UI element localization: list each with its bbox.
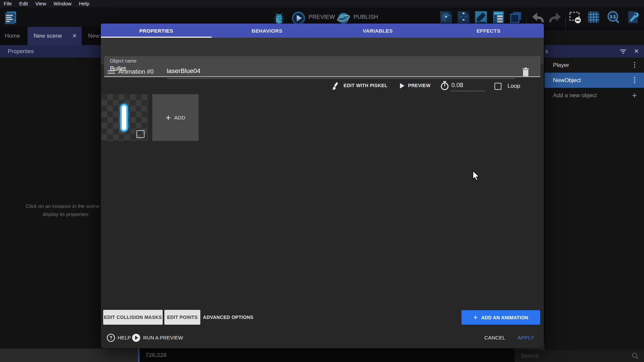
plus-icon[interactable]: + bbox=[632, 88, 637, 103]
redo-icon[interactable] bbox=[548, 11, 563, 24]
objects-panel: s ✕ Player NewObject Add a new o bbox=[545, 30, 644, 362]
tab-home[interactable]: Home bbox=[5, 27, 20, 45]
animation-name-field[interactable]: laserBlue04 bbox=[167, 65, 515, 79]
dialog-tab-properties[interactable]: PROPERTIES bbox=[101, 24, 212, 38]
mouse-cursor bbox=[472, 171, 481, 181]
objects-panel-title: s bbox=[545, 48, 548, 55]
animation-name-value: laserBlue04 bbox=[167, 67, 200, 75]
tab-new-scene-label: New scene bbox=[34, 27, 62, 45]
mask-selection-icon[interactable] bbox=[568, 10, 583, 25]
dialog-tab-label: EFFECTS bbox=[477, 28, 500, 34]
menu-help[interactable]: Help bbox=[75, 0, 93, 7]
object-name-band: Object name Bullet bbox=[101, 38, 544, 65]
loop-checkbox[interactable] bbox=[494, 83, 501, 90]
events-list-icon[interactable] bbox=[491, 10, 506, 24]
add-an-animation-button[interactable]: + ADD AN ANIMATION bbox=[461, 310, 540, 325]
undo-icon[interactable] bbox=[530, 11, 545, 24]
publish-planet-icon[interactable] bbox=[337, 11, 350, 25]
project-manager-icon[interactable] bbox=[4, 11, 17, 25]
add-new-object-row[interactable]: Add a new object + bbox=[545, 88, 644, 103]
objects-cubes-icon[interactable] bbox=[456, 10, 471, 24]
object-row-newobject-selected[interactable]: NewObject bbox=[545, 73, 644, 88]
grid-icon[interactable] bbox=[587, 10, 600, 24]
object-name-label: Object name bbox=[110, 58, 136, 64]
tools-wrench-icon[interactable] bbox=[626, 10, 640, 24]
run-a-preview-button[interactable]: RUN A PREVIEW bbox=[143, 335, 183, 340]
toolbar-separator bbox=[565, 17, 566, 32]
preview-play-icon[interactable] bbox=[292, 11, 305, 25]
export-cube-icon[interactable] bbox=[439, 10, 453, 24]
dialog-tab-bar: PROPERTIES BEHAVIORS VARIABLES EFFECTS bbox=[101, 24, 544, 38]
preview-animation-button[interactable]: PREVIEW bbox=[408, 83, 431, 88]
apply-button[interactable]: APPLY bbox=[518, 335, 534, 340]
advanced-options-button[interactable]: ADVANCED OPTIONS bbox=[203, 310, 253, 325]
edit-points-button[interactable]: EDIT POINTS bbox=[164, 310, 200, 325]
dialog-tab-label: BEHAVIORS bbox=[251, 28, 282, 34]
edit-pencil-icon[interactable] bbox=[474, 10, 488, 24]
cursor-coordinates: 726;228 bbox=[146, 352, 166, 358]
dialog-tab-behaviors[interactable]: BEHAVIORS bbox=[212, 24, 323, 38]
kebab-menu-icon[interactable] bbox=[634, 61, 635, 69]
tab-new-scene[interactable]: New scene ✕ bbox=[28, 27, 82, 45]
properties-panel-title: Properties bbox=[8, 48, 34, 55]
add-an-animation-label: ADD AN ANIMATION bbox=[481, 315, 528, 320]
add-frame-label: ADD bbox=[174, 115, 185, 120]
run-preview-icon[interactable] bbox=[132, 333, 140, 342]
search-input[interactable] bbox=[521, 350, 621, 362]
animation-frame-thumbnail[interactable] bbox=[102, 94, 148, 141]
add-frame-button[interactable]: + ADD bbox=[152, 94, 199, 141]
object-row-label: NewObject bbox=[553, 77, 581, 83]
object-editor-dialog: PROPERTIES BEHAVIORS VARIABLES EFFECTS O… bbox=[101, 24, 544, 348]
edit-collision-masks-button[interactable]: EDIT COLLISION MASKS bbox=[103, 310, 163, 325]
brush-icon bbox=[331, 81, 340, 91]
plus-icon: + bbox=[473, 315, 478, 320]
time-between-frames-field[interactable]: 0.08 bbox=[451, 80, 485, 91]
layers-icon[interactable] bbox=[509, 10, 523, 24]
delete-animation-icon[interactable] bbox=[521, 67, 530, 77]
animation-title: Animation #0 bbox=[118, 68, 154, 75]
time-between-frames-value: 0.08 bbox=[451, 82, 463, 89]
edit-with-piskel-button[interactable]: EDIT WITH PISKEL bbox=[344, 83, 388, 88]
laser-sprite bbox=[120, 104, 128, 132]
scene-editor-bottom: 726;228 bbox=[139, 349, 515, 362]
object-row-player[interactable]: Player bbox=[545, 58, 644, 73]
drag-handle-icon[interactable] bbox=[108, 70, 115, 74]
dialog-tab-effects[interactable]: EFFECTS bbox=[433, 24, 544, 38]
dialog-tab-label: VARIABLES bbox=[363, 28, 393, 34]
tab-new-external[interactable]: New bbox=[88, 27, 99, 45]
menu-view[interactable]: View bbox=[32, 0, 50, 7]
kebab-menu-icon[interactable] bbox=[634, 76, 635, 84]
tab-close-icon[interactable]: ✕ bbox=[72, 27, 77, 45]
cancel-button[interactable]: CANCEL bbox=[484, 335, 506, 340]
dialog-tab-variables[interactable]: VARIABLES bbox=[322, 24, 433, 38]
menu-file[interactable]: File bbox=[0, 0, 15, 7]
play-icon bbox=[399, 82, 405, 89]
objects-panel-header: s ✕ bbox=[545, 45, 644, 58]
menu-bar: File Edit View Window Help bbox=[0, 0, 644, 7]
loop-label: Loop bbox=[508, 83, 520, 89]
stopwatch-icon bbox=[440, 80, 450, 90]
plus-icon: + bbox=[166, 114, 171, 121]
close-panel-icon[interactable]: ✕ bbox=[634, 45, 639, 58]
menu-edit[interactable]: Edit bbox=[15, 0, 32, 7]
dialog-tab-label: PROPERTIES bbox=[139, 28, 173, 34]
search-icon[interactable] bbox=[631, 352, 639, 360]
frame-checkbox[interactable] bbox=[136, 130, 145, 138]
svg-text:1:1: 1:1 bbox=[610, 14, 616, 19]
zoom-1-1-icon[interactable]: 1:1 bbox=[606, 10, 620, 25]
add-new-object-label: Add a new object bbox=[553, 92, 597, 99]
filter-icon[interactable] bbox=[619, 48, 627, 55]
objects-search-bar bbox=[515, 350, 644, 362]
help-icon[interactable]: ? bbox=[107, 333, 115, 342]
svg-text:?: ? bbox=[110, 335, 113, 340]
help-button[interactable]: HELP bbox=[118, 335, 131, 340]
panel-bottom-strip bbox=[0, 349, 138, 362]
object-row-label: Player bbox=[553, 62, 569, 68]
menu-window[interactable]: Window bbox=[50, 0, 75, 7]
